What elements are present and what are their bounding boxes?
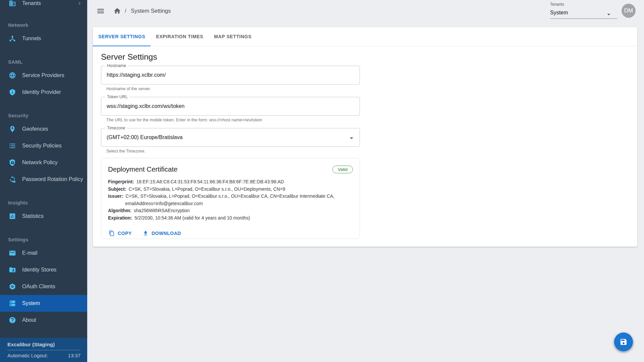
sidebar-footer: Excalibur (Staging) Automatic Logout: 13… bbox=[0, 338, 87, 362]
sync-lock-icon bbox=[9, 176, 16, 183]
menu-icon[interactable] bbox=[96, 7, 105, 15]
subject-value: C=SK, ST=Slovakia, L=Poprad, O=Excalibur… bbox=[128, 187, 285, 192]
hostname-field-value[interactable]: https://staging.xclbr.com/ bbox=[101, 66, 360, 84]
sidebar-item-label: Identity Provider bbox=[22, 89, 83, 95]
certificate-title: Deployment Certificate bbox=[108, 164, 353, 174]
sidebar-section-saml: SAML bbox=[0, 57, 87, 67]
algorithm-value: sha256WithRSAEncryption bbox=[134, 208, 190, 213]
policy-shield-icon bbox=[9, 159, 16, 166]
sidebar-item-label: Tunnels bbox=[22, 36, 83, 42]
sidebar-item-email[interactable]: E-mail bbox=[0, 245, 87, 261]
token-url-field-label: Token URL bbox=[105, 95, 129, 100]
dns-icon bbox=[9, 300, 16, 307]
expiration-label: Expiration: bbox=[108, 216, 132, 221]
sidebar-item-tenants[interactable]: Tenants bbox=[0, 0, 87, 12]
deployment-certificate-card: Deployment Certificate Valid Fingerprint… bbox=[101, 158, 360, 239]
fingerprint-value: 16:EF:15:A8:C8:C4:31:53:F8:54:11:66:36:F… bbox=[136, 179, 284, 184]
building-icon bbox=[9, 0, 16, 7]
sidebar-item-about[interactable]: About bbox=[0, 312, 87, 328]
tab-bar: SERVER SETTINGS EXPIRATION TIMES MAP SET… bbox=[93, 27, 637, 46]
sidebar-item-oauth-clients[interactable]: OAuth Clients bbox=[0, 278, 87, 295]
tab-map-settings[interactable]: MAP SETTINGS bbox=[209, 27, 257, 46]
globe-icon bbox=[9, 72, 16, 79]
download-button-label: DOWNLOAD bbox=[152, 231, 181, 236]
token-url-field[interactable]: Token URL wss://staging.xclbr.com/ws/tok… bbox=[101, 97, 360, 116]
sidebar-item-label: System bbox=[22, 300, 83, 306]
certificate-issuer-row: Issuer:C=SK, ST=Slovakia, L=Poprad, O=Ex… bbox=[108, 193, 353, 200]
sidebar-section-security: Security bbox=[0, 111, 87, 121]
chevron-right-icon bbox=[76, 0, 83, 6]
list-icon bbox=[9, 142, 16, 149]
sidebar-item-label: Tenants bbox=[22, 0, 76, 6]
chevron-down-icon bbox=[347, 134, 356, 142]
deployment-name: Excalibur (Staging) bbox=[7, 341, 80, 349]
sidebar-item-label: Statistics bbox=[22, 213, 83, 219]
expiration-value: 5/2/2030, 10:54:36 AM (valid for 4 years… bbox=[135, 216, 250, 221]
sidebar-item-security-policies[interactable]: Security Policies bbox=[0, 137, 87, 154]
hostname-field[interactable]: Hostname https://staging.xclbr.com/ bbox=[101, 66, 360, 84]
chevron-down-icon bbox=[605, 11, 612, 18]
tab-server-settings[interactable]: SERVER SETTINGS bbox=[93, 27, 151, 46]
help-icon bbox=[9, 316, 16, 324]
bar-chart-icon bbox=[9, 213, 16, 220]
sidebar-item-label: Password Rotation Policy bbox=[22, 176, 83, 182]
info-shield-icon bbox=[9, 88, 16, 96]
sidebar-item-label: Security Policies bbox=[22, 143, 83, 149]
device-hub-icon bbox=[9, 35, 16, 42]
issuer-label: Issuer: bbox=[108, 194, 123, 199]
timezone-select-value[interactable]: (GMT+02:00) Europe/Bratislava bbox=[101, 128, 360, 146]
tab-expiration-times[interactable]: EXPIRATION TIMES bbox=[151, 27, 209, 46]
download-button[interactable]: DOWNLOAD bbox=[142, 227, 182, 239]
home-icon[interactable] bbox=[113, 7, 121, 15]
save-button[interactable] bbox=[614, 333, 633, 351]
copy-button[interactable]: COPY bbox=[108, 227, 132, 239]
timezone-select[interactable]: Timezone (GMT+02:00) Europe/Bratislava bbox=[101, 128, 360, 147]
token-url-helper-text: The URL to use for the mobile token. Ent… bbox=[106, 117, 629, 123]
certificate-subject-row: Subject:C=SK, ST=Slovakia, L=Poprad, O=E… bbox=[108, 186, 353, 193]
main-card: SERVER SETTINGS EXPIRATION TIMES MAP SET… bbox=[93, 27, 637, 247]
sidebar-item-label: About bbox=[22, 317, 83, 323]
hostname-field-label: Hostname bbox=[105, 63, 128, 68]
certificate-algorithm-row: Algorithm:sha256WithRSAEncryption bbox=[108, 207, 353, 215]
hostname-helper-text: Hostname of the server. bbox=[106, 86, 629, 92]
sidebar-item-statistics[interactable]: Statistics bbox=[0, 208, 87, 225]
tenant-select[interactable]: Tenants System bbox=[550, 2, 617, 19]
sidebar-item-label: E-mail bbox=[22, 250, 83, 256]
sidebar-item-identity-provider[interactable]: Identity Provider bbox=[0, 84, 87, 101]
breadcrumb: System Settings bbox=[131, 8, 171, 14]
sidebar-section-insights: Insights bbox=[0, 198, 87, 208]
copy-button-label: COPY bbox=[118, 231, 132, 236]
auto-logout-label: Automatic Logout: bbox=[7, 353, 48, 358]
fingerprint-label: Fingerprint: bbox=[108, 179, 134, 184]
mail-icon bbox=[9, 249, 16, 257]
page-title: Server Settings bbox=[101, 52, 629, 62]
sidebar-item-label: Service Providers bbox=[22, 72, 83, 78]
avatar[interactable]: DM bbox=[622, 4, 636, 18]
certificate-status-badge: Valid bbox=[332, 166, 353, 173]
sidebar-item-system[interactable]: System bbox=[0, 295, 87, 312]
timezone-select-label: Timezone bbox=[105, 126, 127, 131]
issuer-value: C=SK, ST=Slovakia, L=Poprad, O=Excalibur… bbox=[125, 194, 334, 199]
download-icon bbox=[143, 230, 149, 236]
certificate-issuer-row-continued: emailAddress=info@getexcalibur.com bbox=[108, 200, 353, 207]
timezone-helper-text: Select the Timezone. bbox=[106, 148, 629, 154]
token-url-field-value[interactable]: wss://staging.xclbr.com/ws/token bbox=[101, 97, 360, 115]
folder-shared-icon bbox=[9, 266, 16, 274]
subject-label: Subject: bbox=[108, 187, 126, 192]
certificate-fingerprint-row: Fingerprint:16:EF:15:A8:C8:C4:31:53:F8:5… bbox=[108, 178, 353, 186]
sidebar-item-label: OAuth Clients bbox=[22, 284, 83, 290]
sidebar-item-password-rotation-policy[interactable]: Password Rotation Policy bbox=[0, 171, 87, 188]
sidebar-item-service-providers[interactable]: Service Providers bbox=[0, 67, 87, 84]
sidebar: Tenants Network Tunnels SAML Service Pro… bbox=[0, 0, 87, 362]
auto-logout-timer: 13:37 bbox=[68, 353, 80, 358]
sidebar-item-label: Identity Stores bbox=[22, 267, 83, 273]
copy-icon bbox=[109, 230, 115, 236]
sidebar-item-label: Geofences bbox=[22, 126, 83, 132]
breadcrumb-separator: / bbox=[125, 8, 126, 14]
sidebar-item-identity-stores[interactable]: Identity Stores bbox=[0, 261, 87, 278]
select-underline bbox=[550, 18, 617, 19]
sidebar-item-geofences[interactable]: Geofences bbox=[0, 121, 87, 137]
sidebar-item-tunnels[interactable]: Tunnels bbox=[0, 30, 87, 47]
sidebar-item-network-policy[interactable]: Network Policy bbox=[0, 154, 87, 171]
algorithm-label: Algorithm: bbox=[108, 208, 131, 213]
